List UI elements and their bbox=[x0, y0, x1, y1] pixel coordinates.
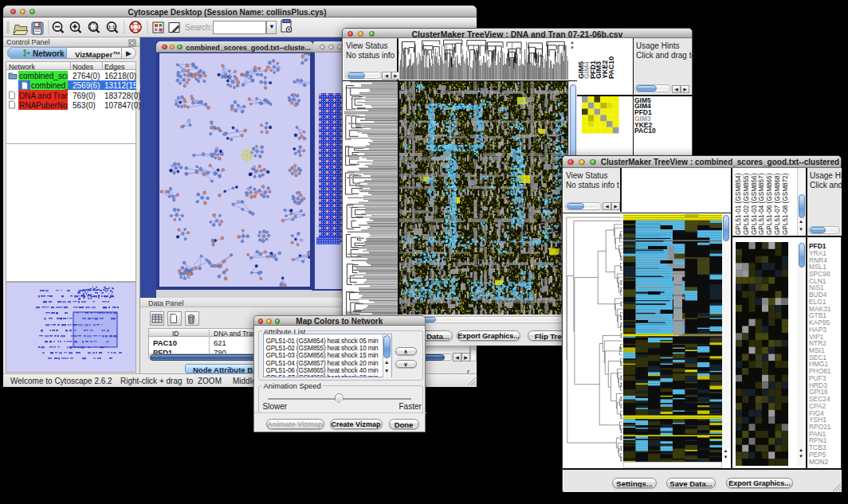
svg-text:PAC10: PAC10 bbox=[607, 57, 615, 79]
svg-text:Search:: Search: bbox=[185, 23, 212, 32]
svg-text:GPL51-03 (GSM856): GPL51-03 (GSM856) bbox=[751, 173, 758, 235]
svg-text:GPL51-01 (GSM854): GPL51-01 (GSM854) bbox=[735, 173, 742, 235]
svg-text:GPL51-04 (GSM857): GPL51-04 (GSM857) bbox=[758, 173, 765, 235]
svg-text:GPL51-08 (GSM872): GPL51-08 (GSM872) bbox=[782, 173, 789, 235]
svg-text:GPL51-06 (GSM865): GPL51-06 (GSM865) bbox=[766, 173, 773, 235]
svg-text:GPL51-07 (GSM868): GPL51-07 (GSM868) bbox=[774, 173, 781, 235]
svg-text:1:1: 1:1 bbox=[108, 25, 116, 29]
svg-text:GPL51-02 (GSM855): GPL51-02 (GSM855) bbox=[743, 173, 750, 235]
svg-text:MON2: MON2 bbox=[809, 457, 829, 465]
